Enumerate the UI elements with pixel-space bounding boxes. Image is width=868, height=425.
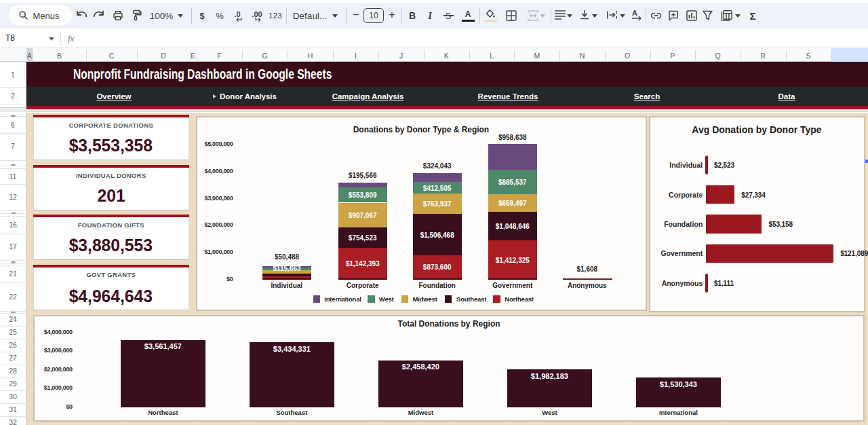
svg-text:A: A [632, 9, 637, 17]
